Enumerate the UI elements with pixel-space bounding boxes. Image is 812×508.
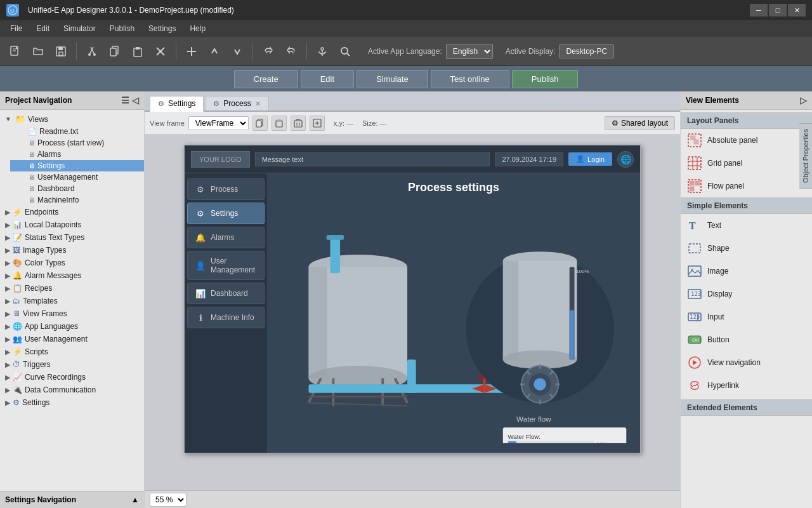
tab-settings[interactable]: ⚙ Settings — [150, 96, 204, 112]
elem-input[interactable]: 123 Input — [681, 305, 812, 328]
tree-item-machineinfo[interactable]: 🖥 MachineInfo — [10, 194, 144, 206]
nav-usermgmt[interactable]: 👤 User Management — [187, 251, 265, 280]
shared-layout-button[interactable]: ⚙ Shared layout — [605, 116, 675, 130]
cut-button[interactable] — [82, 41, 102, 62]
anchor-button[interactable] — [312, 41, 332, 62]
add-button[interactable] — [181, 41, 202, 62]
scripts-expand[interactable]: ▶ — [5, 348, 10, 356]
undo-button[interactable] — [258, 41, 278, 62]
elem-flow-panel[interactable]: Flow panel — [681, 175, 812, 197]
nav-icon-collapse[interactable]: ◁ — [132, 95, 139, 105]
cat-local-dp[interactable]: ▶ 📊 Local Datapoints — [0, 218, 144, 231]
recipes-expand[interactable]: ▶ — [5, 284, 10, 293]
publish-button[interactable]: Publish — [512, 70, 579, 88]
templates-expand[interactable]: ▶ — [5, 297, 10, 305]
view-elements-expand[interactable]: ▷ — [800, 95, 807, 105]
paste-button[interactable] — [128, 41, 148, 62]
nav-settings[interactable]: ⚙ Settings — [187, 203, 265, 224]
close-button[interactable]: ✕ — [788, 4, 806, 17]
redo-button[interactable] — [281, 41, 301, 62]
nav-alarms[interactable]: 🔔 Alarms — [187, 227, 265, 248]
nav-process[interactable]: ⚙ Process — [187, 178, 265, 200]
nav-icon-menu[interactable]: ☰ — [121, 95, 129, 105]
login-button[interactable]: 👤 Login — [568, 152, 612, 166]
cat-scripts[interactable]: ▶ ⚡ Scripts — [0, 345, 144, 358]
open-button[interactable] — [28, 41, 48, 62]
nav-dashboard[interactable]: 📊 Dashboard — [187, 283, 265, 304]
create-button[interactable]: Create — [234, 70, 298, 88]
view-frame-select[interactable]: ViewFrame — [188, 116, 249, 130]
colortypes-expand[interactable]: ▶ — [5, 259, 10, 267]
menu-file[interactable]: File — [4, 23, 29, 34]
cat-triggers[interactable]: ▶ ⏱ Triggers — [0, 358, 144, 371]
elem-hyperlink[interactable]: Hyperlink — [681, 374, 812, 397]
maximize-button[interactable]: □ — [769, 4, 787, 17]
settings-nav-collapse[interactable]: ▲ — [131, 495, 139, 504]
menu-help[interactable]: Help — [183, 23, 212, 34]
view-btn-2[interactable] — [272, 116, 287, 131]
minimize-button[interactable]: ─ — [750, 4, 768, 17]
cat-endpoints[interactable]: ▶ ⚡ Endpoints — [0, 206, 144, 218]
new-button[interactable] — [5, 41, 25, 62]
obj-props-tab[interactable]: Object Properties — [799, 123, 812, 189]
cat-recipes[interactable]: ▶ 📋 Recipes — [0, 282, 144, 295]
canvas-area[interactable]: YOUR LOGO Message text 27.09.2024 17:19 … — [145, 135, 680, 490]
copy-button[interactable] — [105, 41, 125, 62]
edit-button[interactable]: Edit — [301, 70, 354, 88]
simulate-button[interactable]: Simulate — [357, 70, 428, 88]
menu-simulator[interactable]: Simulator — [57, 23, 102, 34]
elem-button[interactable]: OK Button — [681, 328, 812, 351]
cat-image-types[interactable]: ▶ 🖼 Image Types — [0, 244, 144, 257]
cat-color-types[interactable]: ▶ 🎨 Color Types — [0, 257, 144, 269]
viewframes-expand[interactable]: ▶ — [5, 310, 10, 318]
cat-templates[interactable]: ▶ 🗂 Templates — [0, 295, 144, 307]
statustext-expand[interactable]: ▶ — [5, 234, 10, 242]
imagetypes-expand[interactable]: ▶ — [5, 246, 10, 255]
elem-image[interactable]: Image — [681, 260, 812, 283]
globe-button[interactable]: 🌐 — [617, 151, 634, 168]
tree-item-process[interactable]: 🖥 Process (start view) — [10, 137, 144, 149]
cat-settings2[interactable]: ▶ ⚙ Settings — [0, 396, 144, 409]
endpoints-expand[interactable]: ▶ — [5, 208, 10, 217]
usermgmt2-expand[interactable]: ▶ — [5, 335, 10, 344]
menu-settings[interactable]: Settings — [142, 23, 182, 34]
view-btn-4[interactable] — [310, 116, 325, 131]
elem-view-nav[interactable]: View navigation — [681, 351, 812, 374]
elem-text[interactable]: T Text — [681, 214, 812, 237]
cat-curve-rec[interactable]: ▶ 📈 Curve Recordings — [0, 371, 144, 384]
elem-shape[interactable]: Shape — [681, 237, 812, 260]
tab-process-close[interactable]: ✕ — [255, 100, 261, 108]
applanguages-expand[interactable]: ▶ — [5, 323, 10, 331]
settings2-expand[interactable]: ▶ — [5, 399, 10, 407]
menu-publish[interactable]: Publish — [103, 23, 141, 34]
cat-app-languages[interactable]: ▶ 🌐 App Languages — [0, 320, 144, 333]
down-button[interactable] — [227, 41, 247, 62]
tree-item-dashboard[interactable]: 🖥 Dashboard — [10, 183, 144, 194]
datacomm-expand[interactable]: ▶ — [5, 386, 10, 394]
cat-view-frames[interactable]: ▶ 🖥 View Frames — [0, 307, 144, 320]
search-button[interactable] — [335, 41, 355, 62]
view-btn-3[interactable] — [291, 116, 306, 131]
tab-process[interactable]: ⚙ Process ✕ — [205, 96, 268, 110]
zoom-select[interactable]: 55 % — [150, 493, 187, 507]
localdp-expand[interactable]: ▶ — [5, 221, 10, 229]
tree-views-group[interactable]: ▼ 📁 Views — [0, 112, 144, 126]
view-btn-1[interactable] — [252, 116, 268, 131]
tree-item-alarms[interactable]: 🖥 Alarms — [10, 149, 144, 160]
delete-button[interactable] — [150, 41, 171, 62]
up-button[interactable] — [204, 41, 225, 62]
language-select[interactable]: English — [446, 44, 493, 59]
alarmmsgs-expand[interactable]: ▶ — [5, 272, 10, 280]
cat-alarm-msgs[interactable]: ▶ 🔔 Alarm Messages — [0, 269, 144, 282]
cat-status-text[interactable]: ▶ 📝 Status Text Types — [0, 231, 144, 244]
elem-absolute-panel[interactable]: Absolute panel — [681, 129, 812, 152]
views-expand-icon[interactable]: ▼ — [5, 116, 13, 123]
tree-item-readme[interactable]: 📄 Readme.txt — [10, 126, 144, 137]
nav-machineinfo[interactable]: ℹ Machine Info — [187, 307, 265, 328]
test-online-button[interactable]: Test online — [431, 70, 509, 88]
cat-user-mgmt[interactable]: ▶ 👥 User Management — [0, 333, 144, 345]
curverec-expand[interactable]: ▶ — [5, 373, 10, 382]
tree-item-usermgmt[interactable]: 🖥 UserManagement — [10, 171, 144, 183]
save-button[interactable] — [51, 41, 71, 62]
elem-grid-panel[interactable]: Grid panel — [681, 152, 812, 175]
